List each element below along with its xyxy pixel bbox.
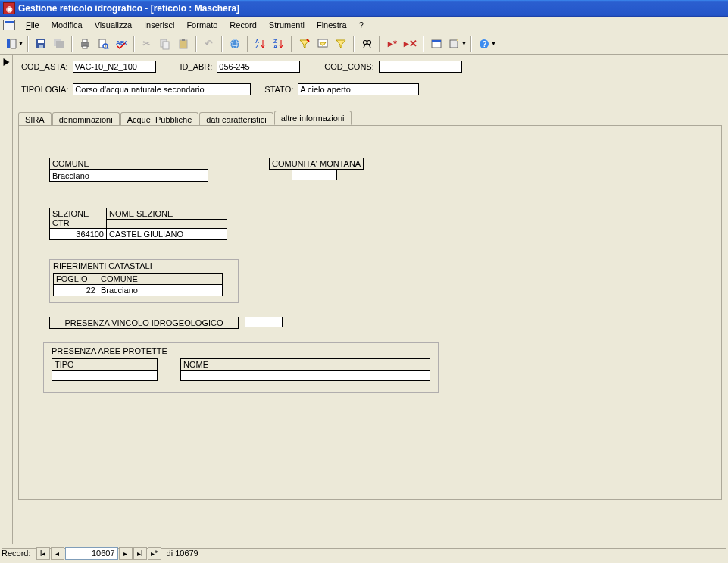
database-window-icon[interactable] (428, 36, 445, 52)
aree-protette-box: PRESENZA AREE PROTETTE TIPO NOME (43, 342, 439, 393)
dropdown-arrow-icon[interactable]: ▼ (18, 41, 23, 46)
sezione-ctr-value[interactable]: 364100 (49, 228, 107, 240)
stato-label: STATO: (264, 85, 293, 94)
form-area: COD_ASTA: ID_ABR: COD_CONS: TIPOLOGIA: S… (0, 55, 728, 544)
toolbar: ▼ ABC ✂ ↶ AZ ZA ▸* ▸✕ ▼ ? ▼ (0, 33, 728, 55)
rc-comune-value[interactable]: Bracciano (98, 284, 223, 296)
spellcheck-icon[interactable]: ABC (113, 36, 130, 52)
copy-icon[interactable] (157, 36, 173, 52)
tab-panel-altre-informazioni: COMUNE Bracciano COMUNITA' MONTANA SEZIO… (18, 125, 722, 500)
svg-rect-4 (56, 41, 64, 48)
print-preview-icon[interactable] (95, 36, 111, 52)
svg-line-26 (364, 44, 365, 48)
paste-icon[interactable] (175, 36, 192, 52)
divider-line (36, 405, 695, 405)
comunita-montana-value[interactable] (292, 170, 337, 180)
svg-rect-7 (83, 46, 87, 48)
cut-icon[interactable]: ✂ (139, 36, 155, 52)
delete-record-icon[interactable]: ▸✕ (402, 36, 419, 52)
tipologia-label: TIPOLOGIA: (21, 85, 68, 94)
comune-value[interactable]: Bracciano (49, 170, 208, 182)
record-selector-rail[interactable] (1, 55, 13, 544)
cod-cons-input[interactable] (379, 61, 462, 73)
nav-first-button[interactable]: I◂ (36, 547, 50, 560)
nome-value[interactable] (180, 371, 430, 381)
nav-new-button[interactable]: ▸* (148, 547, 161, 560)
menu-visualizza[interactable]: Visualizza (89, 19, 138, 31)
new-record-icon[interactable]: ▸* (384, 36, 401, 52)
nav-next-button[interactable]: ▸ (119, 547, 133, 560)
riferimenti-catastali-title: RIFERIMENTI CATASTALI (53, 261, 152, 271)
tipo-value[interactable] (52, 371, 158, 381)
svg-point-24 (367, 40, 370, 44)
tab-altre-informazioni[interactable]: altre informazioni (274, 111, 352, 125)
undo-icon[interactable]: ↶ (201, 36, 217, 52)
svg-text:Z: Z (255, 44, 259, 49)
view-dropdown-icon[interactable] (3, 36, 20, 52)
current-record-icon (2, 58, 11, 67)
nav-last-button[interactable]: ▸I (133, 547, 147, 560)
new-object-arrow-icon[interactable]: ▼ (461, 41, 467, 46)
menu-formato[interactable]: Formato (180, 19, 223, 31)
tab-acque-pubbliche[interactable]: Acque_Pubbliche (120, 112, 199, 126)
filter-selection-icon[interactable] (296, 36, 313, 52)
riferimenti-catastali-box: RIFERIMENTI CATASTALI FOGLIOCOMUNE 22Bra… (49, 259, 239, 303)
tipo-label: TIPO (52, 358, 158, 371)
window-title: Gestione reticolo idrografico - [reticol… (18, 3, 239, 14)
title-bar: ◉ Gestione reticolo idrografico - [retic… (0, 0, 728, 17)
comune-label: COMUNE (49, 158, 208, 170)
svg-point-16 (230, 39, 239, 48)
foglio-value[interactable]: 22 (53, 284, 98, 296)
menu-record[interactable]: Record (223, 19, 262, 31)
print-icon[interactable] (77, 36, 93, 52)
app-icon: ◉ (3, 2, 15, 14)
hyperlink-icon[interactable] (227, 36, 243, 52)
tipologia-input[interactable] (73, 83, 251, 95)
svg-text:Z: Z (273, 39, 277, 44)
svg-rect-6 (83, 39, 87, 42)
menu-inserisci[interactable]: Inserisci (138, 19, 180, 31)
stato-input[interactable] (298, 83, 419, 95)
id-abr-input[interactable] (217, 61, 300, 73)
record-number-input[interactable] (65, 547, 118, 560)
svg-rect-13 (163, 42, 169, 49)
apply-filter-icon[interactable] (333, 36, 349, 52)
save-multi-icon[interactable] (51, 36, 67, 52)
svg-rect-29 (432, 40, 441, 42)
svg-line-10 (107, 48, 108, 49)
foglio-label: FOGLIO (53, 273, 98, 285)
menu-file[interactable]: File (20, 19, 45, 31)
svg-text:ABC: ABC (116, 39, 127, 46)
help-icon[interactable]: ? (476, 36, 492, 52)
nome-label: NOME (180, 358, 430, 371)
tab-denominazioni[interactable]: denominazioni (52, 112, 120, 126)
form-canvas: COD_ASTA: ID_ABR: COD_CONS: TIPOLOGIA: S… (14, 55, 726, 543)
sort-desc-icon[interactable]: ZA (270, 36, 287, 52)
menu-finestra[interactable]: Finestra (311, 19, 353, 31)
vincolo-value[interactable] (245, 317, 283, 327)
new-object-icon[interactable] (446, 36, 463, 52)
id-abr-label: ID_ABR: (180, 62, 213, 71)
cod-asta-input[interactable] (73, 61, 156, 73)
menu-modifica[interactable]: Modifica (45, 19, 89, 31)
nav-prev-button[interactable]: ◂ (51, 547, 64, 560)
vincolo-label: PRESENZA VINCOLO IDROGEOLOGICO (49, 317, 239, 329)
record-label: Record: (2, 549, 31, 558)
menu-help[interactable]: ? (353, 19, 370, 31)
menu-strumenti[interactable]: Strumenti (263, 19, 311, 31)
record-total-label: di 10679 (167, 549, 198, 558)
form-view-icon[interactable] (3, 20, 15, 30)
nome-sezione-value[interactable]: CASTEL GIULIANO (106, 228, 227, 240)
tab-sira[interactable]: SIRA (18, 112, 52, 126)
sort-asc-icon[interactable]: AZ (252, 36, 269, 52)
svg-rect-15 (182, 39, 185, 41)
filter-form-icon[interactable] (314, 36, 331, 52)
cod-cons-label: COD_CONS: (324, 62, 373, 71)
help-arrow-icon[interactable]: ▼ (491, 41, 496, 46)
save-icon[interactable] (33, 36, 49, 52)
record-navigator: Record: I◂ ◂ ▸ ▸I ▸* di 10679 (2, 546, 198, 561)
find-icon[interactable] (358, 36, 375, 52)
svg-rect-2 (39, 45, 43, 48)
svg-text:A: A (255, 39, 259, 44)
tab-dati-caratteristici[interactable]: dati caratteristici (199, 112, 273, 126)
